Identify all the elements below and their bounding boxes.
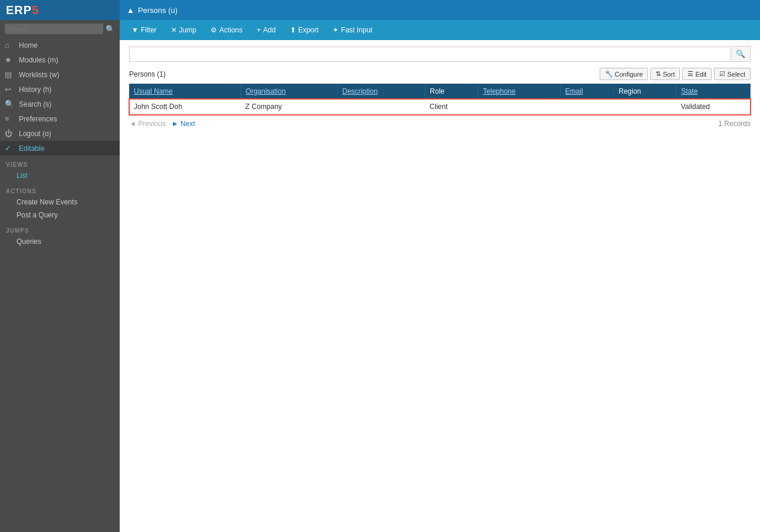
usual-name-link[interactable]: Usual Name [134, 87, 173, 95]
sidebar: ERP5 🔍 ⌂ Home ★ Modules (m) ▤ Worklists … [0, 0, 120, 532]
sort-icon: ⇅ [656, 70, 661, 78]
sidebar-search-bar: 🔍 [0, 20, 120, 38]
sidebar-item-queries[interactable]: Queries [0, 235, 120, 248]
sidebar-item-post-query[interactable]: Post a Query [0, 209, 120, 222]
content-area: 🔍 Persons (1) 🔧 Configure ⇅ Sort ☰ Edit [120, 40, 760, 532]
sidebar-item-preferences[interactable]: ≡ Preferences [0, 111, 120, 126]
jump-button[interactable]: ✕ Jump [165, 24, 202, 37]
sidebar-item-label: Worklists (w) [19, 71, 59, 79]
previous-button[interactable]: ◄ Previous [129, 120, 166, 128]
sidebar-item-list[interactable]: List [0, 169, 120, 182]
sidebar-item-search[interactable]: 🔍 Search (s) [0, 97, 120, 111]
actions-button[interactable]: ⚙ Actions [205, 24, 248, 37]
modules-icon: ★ [5, 55, 14, 64]
telephone-link[interactable]: Telephone [483, 87, 515, 95]
sidebar-item-modules[interactable]: ★ Modules (m) [0, 52, 120, 67]
search-input[interactable] [5, 24, 103, 34]
home-icon: ⌂ [5, 41, 14, 49]
region-header: Region [618, 87, 641, 95]
col-state[interactable]: State [676, 84, 751, 99]
sidebar-item-label: Logout (o) [19, 130, 51, 138]
sidebar-item-history[interactable]: ↩ History (h) [0, 82, 120, 97]
description-link[interactable]: Description [343, 87, 378, 95]
sidebar-item-label: History (h) [19, 85, 51, 94]
jumps-section-label: JUMPS [6, 227, 29, 234]
content-search-input[interactable] [129, 47, 731, 62]
fast-input-icon: ✦ [333, 26, 338, 34]
page-title: Persons (u) [138, 6, 177, 15]
actions-section-label: ACTIONS [6, 188, 37, 194]
queries-label: Queries [17, 237, 41, 246]
next-button[interactable]: ► Next [172, 120, 195, 128]
col-role: Role [425, 84, 478, 99]
actions-label: Actions [219, 26, 242, 34]
sidebar-item-logout[interactable]: ⏻ Logout (o) [0, 126, 120, 141]
sidebar-item-label: Editable [19, 144, 44, 153]
records-count: 1 Records [718, 120, 751, 128]
col-telephone[interactable]: Telephone [478, 84, 561, 99]
post-query-label: Post a Query [17, 211, 58, 219]
pagination-left: ◄ Previous ► Next [129, 120, 195, 128]
toolbar: ▼ Filter ✕ Jump ⚙ Actions + Add ⬆ Export… [120, 20, 760, 40]
sort-label: Sort [663, 71, 675, 78]
sidebar-item-worklists[interactable]: ▤ Worklists (w) [0, 67, 120, 82]
add-button[interactable]: + Add [251, 24, 281, 37]
table-body: John Scott DohZ CompanyClientValidated [129, 99, 751, 115]
add-icon: + [256, 26, 261, 34]
data-table: Usual Name Organisation Description Role… [129, 84, 751, 115]
list-item-label: List [17, 171, 28, 180]
jump-icon: ✕ [171, 26, 177, 34]
edit-button[interactable]: ☰ Edit [682, 68, 712, 80]
sidebar-item-home[interactable]: ⌂ Home [0, 38, 120, 52]
table-row[interactable]: John Scott DohZ CompanyClientValidated [129, 99, 751, 115]
jumps-section-header: JUMPS [0, 224, 120, 235]
cell-state: Validated [676, 99, 751, 115]
list-title: Persons (1) [129, 70, 166, 78]
persons-arrow-icon: ▲ [127, 6, 134, 15]
pagination: ◄ Previous ► Next 1 Records [129, 120, 751, 128]
filter-icon: ▼ [131, 26, 139, 34]
logo-number: 5 [32, 4, 39, 16]
col-region: Region [614, 84, 676, 99]
col-organisation[interactable]: Organisation [241, 84, 337, 99]
preferences-icon: ≡ [5, 114, 14, 123]
sidebar-item-label: Modules (m) [19, 56, 58, 64]
col-usual-name[interactable]: Usual Name [129, 84, 241, 99]
edit-icon: ☰ [687, 70, 693, 78]
col-email[interactable]: Email [560, 84, 614, 99]
sidebar-logo[interactable]: ERP5 [0, 0, 120, 20]
email-link[interactable]: Email [565, 87, 583, 95]
export-button[interactable]: ⬆ Export [284, 24, 325, 37]
sidebar-item-create-events[interactable]: Create New Events [0, 196, 120, 209]
select-icon: ☑ [719, 70, 725, 78]
select-button[interactable]: ☑ Select [714, 68, 751, 80]
table-header-row: Usual Name Organisation Description Role… [129, 84, 751, 99]
export-label: Export [298, 26, 319, 34]
logo-text: ERP5 [6, 4, 39, 17]
cell-region [614, 99, 676, 115]
actions-section-header: ACTIONS [0, 184, 120, 196]
configure-label: Configure [615, 71, 643, 78]
filter-button[interactable]: ▼ Filter [126, 24, 163, 37]
sort-button[interactable]: ⇅ Sort [650, 68, 680, 80]
role-header: Role [430, 87, 445, 95]
search-icon-button[interactable]: 🔍 [106, 25, 115, 34]
fast-input-button[interactable]: ✦ Fast Input [327, 24, 378, 37]
top-bar: ▲ Persons (u) [120, 0, 760, 20]
configure-button[interactable]: 🔧 Configure [600, 68, 649, 80]
content-search-button[interactable]: 🔍 [731, 46, 751, 62]
cell-role: Client [425, 99, 478, 115]
sidebar-item-editable[interactable]: ✓ Editable [0, 141, 120, 156]
views-section-header: VIEWS [0, 158, 120, 169]
sidebar-item-label: Preferences [19, 115, 57, 123]
cell-email [560, 99, 614, 115]
search-row: 🔍 [129, 46, 751, 62]
state-link[interactable]: State [681, 87, 698, 95]
filter-label: Filter [141, 26, 157, 34]
search-nav-icon: 🔍 [5, 100, 14, 108]
organisation-link[interactable]: Organisation [246, 87, 286, 95]
actions-icon: ⚙ [210, 26, 217, 34]
cell-usual_name: John Scott Doh [129, 99, 241, 115]
col-description[interactable]: Description [337, 84, 425, 99]
history-icon: ↩ [5, 85, 14, 94]
